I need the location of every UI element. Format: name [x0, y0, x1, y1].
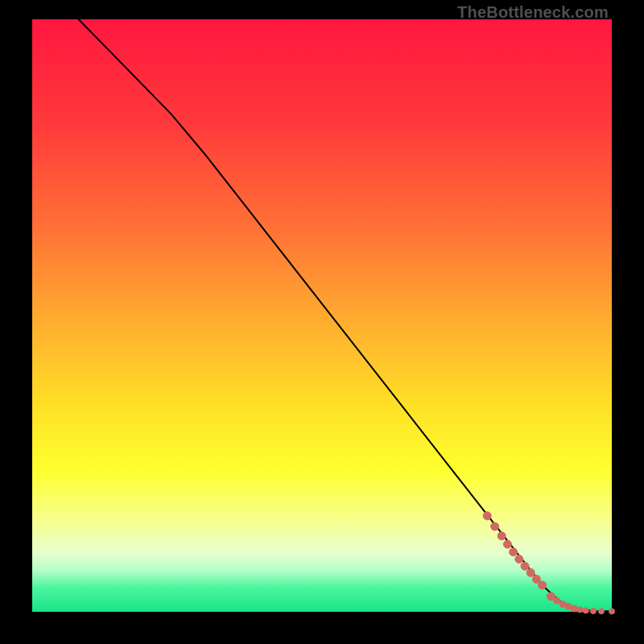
- scatter-dot: [483, 512, 491, 520]
- scatter-dot: [571, 605, 577, 612]
- scatter-dot: [583, 608, 588, 613]
- chart-overlay: [32, 19, 612, 612]
- scatter-dot: [554, 597, 560, 604]
- scatter-dot: [591, 609, 597, 614]
- scatter-dot: [497, 532, 506, 540]
- scatter-dot: [503, 540, 511, 548]
- scatter-dot: [609, 609, 615, 614]
- scatter-dot: [599, 609, 605, 614]
- bottleneck-curve: [79, 19, 612, 611]
- scatter-dot: [521, 562, 529, 570]
- chart-frame: TheBottleneck.com: [0, 0, 644, 644]
- scatter-dot: [539, 581, 547, 589]
- scatter-dot: [491, 522, 499, 530]
- scatter-dot: [526, 568, 535, 576]
- plot-area: [32, 19, 612, 612]
- scatter-dot: [510, 548, 518, 556]
- scatter-dot: [577, 607, 583, 613]
- scatter-dot: [515, 555, 523, 564]
- scatter-group: [483, 512, 614, 614]
